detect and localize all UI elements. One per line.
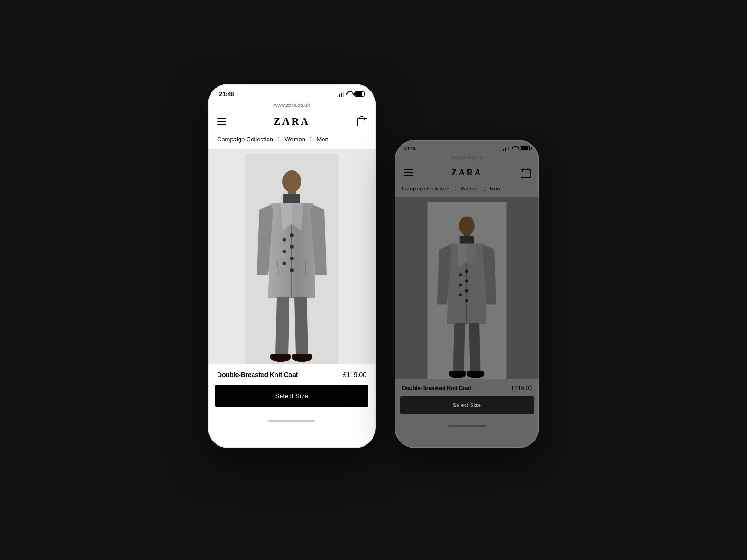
nav-sep-2-secondary: : [483, 184, 485, 193]
hamburger-icon[interactable] [217, 118, 226, 125]
nav-header-secondary: ZARA [395, 164, 539, 182]
home-indicator-secondary [395, 421, 539, 432]
status-time: 21:48 [219, 91, 234, 98]
svg-point-11 [283, 250, 286, 253]
select-size-button-secondary[interactable]: Select Size [400, 396, 534, 414]
svg-point-9 [290, 268, 294, 272]
product-image-secondary [395, 197, 539, 379]
nav-menu-secondary: Campaign Collection : Women : Men [395, 182, 539, 197]
svg-point-7 [290, 245, 294, 249]
nav-sep-1: : [278, 135, 280, 143]
nav-women-secondary[interactable]: Women [461, 186, 479, 191]
svg-point-6 [290, 233, 294, 237]
svg-point-24 [465, 280, 469, 283]
svg-point-27 [459, 273, 462, 276]
nav-campaign-secondary[interactable]: Campaign Collection [402, 186, 450, 191]
status-bar-primary: 21:48 [208, 84, 376, 101]
svg-point-28 [459, 283, 462, 286]
nav-campaign[interactable]: Campaign Collection [217, 136, 273, 143]
product-info-primary: Double-Breasted Knit Coat £119.00 [208, 364, 376, 385]
bag-icon-secondary[interactable] [521, 168, 530, 178]
product-image-primary [208, 149, 376, 364]
svg-rect-14 [270, 354, 291, 359]
status-bar-secondary: 21:48 [395, 140, 539, 154]
product-name-secondary: Double-Breasted Knit Coat [402, 385, 471, 392]
status-time-secondary: 21:48 [404, 146, 416, 151]
home-indicator-bar [268, 420, 315, 422]
figure-container [208, 149, 376, 364]
svg-point-19 [459, 216, 475, 235]
svg-point-2 [282, 170, 301, 193]
nav-men[interactable]: Men [317, 136, 328, 143]
phone-secondary: 21:48 www.zara.co.uk ZARA Campaign Colle… [395, 140, 539, 448]
svg-point-25 [465, 289, 469, 293]
battery-icon-secondary [520, 146, 530, 151]
product-price-secondary: £119.00 [512, 385, 532, 392]
status-icons [338, 91, 365, 97]
svg-rect-16 [292, 354, 312, 359]
nav-header-primary: ZARA [208, 112, 376, 131]
wifi-icon-secondary [512, 147, 517, 151]
nav-sep-2: : [310, 135, 312, 143]
status-icons-secondary [503, 146, 530, 151]
figure-container-secondary [395, 197, 539, 379]
nav-women[interactable]: Women [284, 136, 305, 143]
scene: 21:48 www.zara.co.uk ZARA Campaign Colle… [208, 84, 539, 476]
zara-logo: ZARA [274, 115, 310, 127]
hamburger-icon-secondary[interactable] [404, 169, 413, 176]
battery-icon [354, 91, 365, 97]
select-size-button-primary[interactable]: Select Size [215, 385, 368, 407]
url-bar-secondary: www.zara.co.uk [395, 154, 539, 164]
phone-primary: 21:48 www.zara.co.uk ZARA Campaign Colle… [208, 84, 376, 448]
svg-point-23 [465, 269, 469, 273]
wifi-icon [346, 92, 352, 96]
nav-men-secondary[interactable]: Men [490, 186, 500, 191]
nav-sep-1-secondary: : [454, 184, 456, 193]
zara-logo-secondary: ZARA [451, 168, 482, 178]
product-figure-svg-secondary [427, 202, 507, 379]
bag-icon[interactable] [357, 116, 366, 126]
url-bar-primary: www.zara.co.uk [208, 101, 376, 112]
svg-point-12 [283, 262, 286, 265]
home-indicator-primary [208, 416, 376, 427]
product-name-primary: Double-Breasted Knit Coat [217, 371, 298, 378]
svg-rect-31 [449, 371, 466, 375]
svg-point-29 [459, 293, 462, 296]
product-price-primary: £119.00 [343, 371, 366, 378]
svg-point-10 [283, 238, 286, 242]
nav-menu-primary: Campaign Collection : Women : Men [208, 131, 376, 149]
svg-point-8 [290, 257, 294, 260]
signal-icon-secondary [503, 146, 510, 151]
home-indicator-bar-secondary [448, 425, 486, 427]
svg-point-26 [465, 299, 469, 302]
signal-icon [338, 92, 345, 97]
product-figure-svg [245, 154, 338, 364]
product-info-secondary: Double-Breasted Knit Coat £119.00 [395, 379, 539, 396]
svg-rect-33 [467, 371, 484, 375]
